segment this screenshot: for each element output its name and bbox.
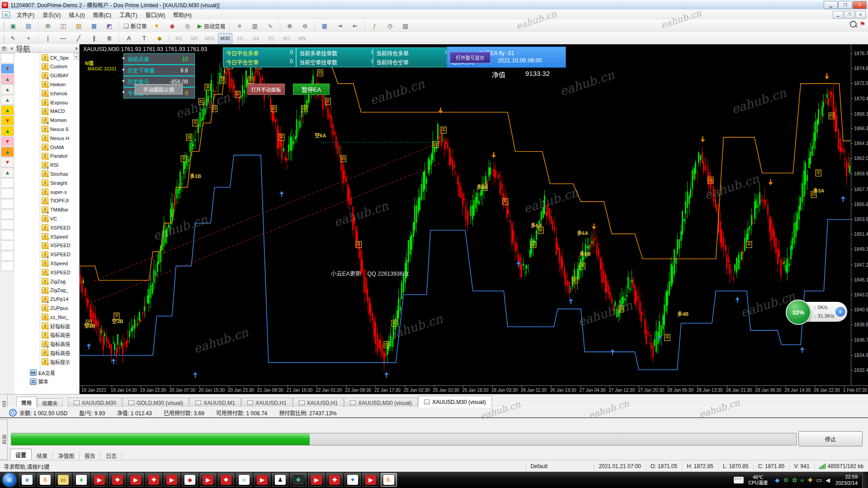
terminal-button[interactable]: ▦ [87, 20, 101, 31]
navigator-item-25[interactable]: fZigZag [42, 277, 66, 286]
market-watch-cell[interactable]: ▲ [1, 126, 14, 136]
sounds-button[interactable]: ◍ [180, 20, 195, 31]
taskbar-app-red-3[interactable]: ▶ [127, 473, 144, 487]
chart-window-icon[interactable]: ▥ [2, 11, 10, 18]
market-watch-cell[interactable] [1, 188, 14, 198]
market-watch-cell[interactable] [1, 261, 14, 271]
tray-updater-icon[interactable]: ◆ [775, 477, 779, 483]
navigator-item-0[interactable]: fCK_Spe [42, 53, 69, 62]
new-chart-button[interactable]: ▣ [6, 20, 20, 31]
candlestick-chart-canvas[interactable] [80, 44, 851, 385]
navigator-item-8[interactable]: fNexus 6 [42, 125, 68, 133]
cursor-tool-button[interactable]: ↖ [6, 33, 20, 44]
navigator-item-4[interactable]: fIchimok [42, 89, 67, 98]
menu-item-5[interactable]: 窗口(W) [142, 10, 169, 19]
market-watch-cell[interactable]: ▼ [1, 136, 14, 146]
navigator-item-34[interactable]: f指标提示 [42, 357, 70, 366]
tray-coin-icon[interactable]: ✚ [808, 477, 813, 483]
taskbar-app-white-red[interactable]: ◆ [182, 473, 198, 487]
trendline-tool-button[interactable]: ╱ [71, 33, 86, 44]
taskbar-app-red-1[interactable]: ▶ [91, 473, 108, 487]
price-axis[interactable]: 1876.751874.651872.551870.401868.301866.… [851, 44, 868, 385]
taskbar-app-red-7[interactable]: ❖ [218, 473, 234, 487]
navigator-item-16[interactable]: fTIOPFJI [42, 197, 69, 205]
tester-tab-1[interactable]: 结果 [32, 451, 53, 460]
market-watch-cell[interactable]: ▲ [1, 105, 14, 115]
chart-tab-6[interactable]: XAUUSD,M30 (visual) [418, 396, 492, 408]
navigator-item-31[interactable]: f指标高倍 [42, 331, 70, 339]
menu-item-0[interactable]: 文件(F) [13, 10, 38, 19]
auto-scroll-button[interactable]: ⇥ [333, 20, 347, 31]
period-button-m5[interactable]: M5 [187, 33, 202, 44]
period-button-w1[interactable]: W1 [279, 33, 294, 44]
market-watch-cell[interactable] [1, 199, 14, 209]
vertical-line-tool-button[interactable]: ❘ [41, 33, 55, 44]
navigator-item-7[interactable]: fMomen [42, 116, 67, 125]
taskbar-app-red-2[interactable]: ❖ [109, 473, 126, 487]
open-manual-panel-button[interactable]: 打开手动面板 [247, 84, 285, 95]
text-tool-button[interactable]: A [122, 33, 136, 44]
indicators-list-button[interactable]: ƒ [368, 20, 382, 31]
maximize-button[interactable]: ❐ [838, 1, 852, 9]
taskbar-app-red-10[interactable]: ✚ [326, 473, 343, 487]
market-watch-cell[interactable] [1, 53, 14, 63]
chart-tab-5[interactable]: XAUUSD,M30 (visual) [344, 398, 418, 408]
navigator-item-5[interactable]: fiExposu [42, 98, 68, 107]
navigator-item-12[interactable]: fRSI [42, 161, 58, 169]
market-watch-cell[interactable]: ▲ [1, 74, 14, 84]
market-watch-cell[interactable] [1, 178, 14, 188]
navigator-item-14[interactable]: fStraight [42, 178, 67, 187]
taskbar-app-active[interactable]: il. [381, 473, 397, 487]
taskbar-app-explorer[interactable]: ▭ [55, 473, 71, 487]
minimize-button[interactable]: ▁ [824, 1, 838, 9]
navigator-item-27[interactable]: fZUPp14 [42, 295, 68, 304]
chart-tab-3[interactable]: XAUUSD,H1 [241, 398, 292, 408]
tester-tab-2[interactable]: 净值图 [53, 451, 80, 460]
tester-tab-3[interactable]: 报告 [80, 451, 101, 460]
input-method-icon[interactable] [734, 477, 744, 483]
taskbar-app-red-9[interactable]: ▶ [308, 473, 325, 487]
navigator-item-22[interactable]: fXSPEED [42, 250, 71, 259]
data-window-button[interactable]: ◫ [56, 20, 71, 31]
taskbar-app-browser-green[interactable]: e [73, 473, 90, 487]
line-chart-button[interactable]: ∿ [263, 20, 278, 31]
navigator-item-24[interactable]: fXSPEED [42, 268, 71, 277]
open-pnl-display-button[interactable]: 打开盈亏显示 [450, 52, 491, 63]
crosshair-tool-button[interactable]: + [21, 33, 36, 44]
navigator-button[interactable]: ▧ [71, 20, 86, 31]
chart-window[interactable]: XAUUSD,M30 1761.93 1761.93 1761.93 1761.… [80, 44, 868, 394]
chart-tab-4[interactable]: XAUUSD,H1 [293, 398, 344, 408]
mql-community-button[interactable]: ◉ [165, 20, 179, 31]
menu-item-2[interactable]: 插入(I) [65, 10, 89, 19]
market-watch-cell[interactable]: ▲ [1, 95, 14, 105]
taskbar-app-green-e[interactable]: ℮ [236, 473, 252, 487]
tray-gear-icon[interactable]: ⚙ [783, 477, 788, 483]
zoom-out-button[interactable]: ⊖ [298, 20, 312, 31]
navigator-item-15[interactable]: fsuper-s [42, 188, 67, 196]
mdi-restore-button[interactable]: ❐ [844, 11, 854, 19]
show-desktop-button[interactable] [862, 472, 868, 488]
tester-tab-4[interactable]: 日志 [101, 451, 122, 460]
taskbar-app-wechat[interactable]: ❖ [290, 473, 307, 487]
menu-item-3[interactable]: 图表(C) [89, 10, 116, 19]
market-watch-cell[interactable]: ▼ [1, 116, 14, 126]
navigator-item-32[interactable]: f指标高倍 [42, 340, 70, 348]
taskbar-app-sogou[interactable]: S [37, 473, 53, 487]
chart-tab-2[interactable]: XAUUSD,M1 [189, 398, 241, 408]
market-watch-cell[interactable]: ▼ [1, 157, 14, 167]
market-watch-button[interactable]: ⊞ [41, 20, 55, 31]
close-button[interactable]: ✕ [853, 1, 867, 9]
new-order-button[interactable]: ❏新订单 [122, 20, 149, 31]
widget-plus-button[interactable]: + [835, 307, 845, 317]
bar-chart-button[interactable]: ≡ [232, 20, 247, 31]
tray-leaf-icon[interactable]: ✿ [792, 477, 797, 483]
taskbar-app-red-6[interactable]: ▶ [200, 473, 216, 487]
taskbar-clock[interactable]: 22:59 2023/2/14 [835, 474, 858, 486]
horizontal-line-tool-button[interactable]: ― [56, 33, 71, 44]
indicator-funnel-button[interactable]: ▼ [150, 20, 164, 31]
navigator-item-28[interactable]: fZUPpus [42, 304, 68, 312]
taskbar-app-red-4[interactable]: ✚ [146, 473, 162, 487]
navigator-close-icon[interactable]: × [75, 46, 78, 51]
navigator-item-9[interactable]: fNexus H [42, 134, 69, 142]
navigator-item-20[interactable]: fXSpeed [42, 232, 68, 241]
